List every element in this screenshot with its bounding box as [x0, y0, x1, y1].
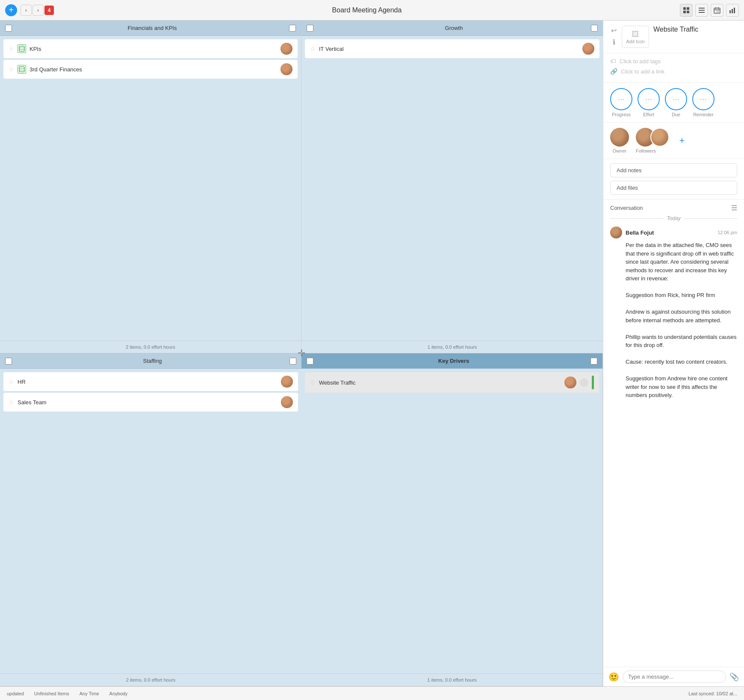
- star-icon[interactable]: ☆: [9, 378, 14, 385]
- avatar: [281, 376, 293, 388]
- star-icon[interactable]: ☆: [310, 379, 316, 386]
- nav-back-button[interactable]: ‹: [21, 5, 32, 16]
- section-growth-header[interactable]: Growth: [301, 21, 603, 36]
- list-item[interactable]: ☆ IT Vertical: [305, 39, 599, 58]
- star-icon[interactable]: ☆: [9, 399, 14, 406]
- owner-avatar[interactable]: [610, 128, 629, 147]
- page-title: Board Meeting Agenda: [57, 6, 676, 14]
- detail-header-actions: ↩ ℹ: [610, 26, 617, 47]
- section-staffing: Staffing ☆ HR ☆ Sales Team 2 items,: [0, 353, 301, 686]
- section-growth-checkbox[interactable]: [307, 25, 313, 32]
- circle-reminder: ··· Reminder: [692, 88, 714, 117]
- add-files-button[interactable]: Add files: [610, 181, 737, 195]
- item-label: HR: [18, 379, 278, 385]
- view-list-button[interactable]: [695, 4, 708, 17]
- status-filter3[interactable]: Anybody: [109, 691, 128, 696]
- section-financials-checkbox[interactable]: [5, 25, 12, 32]
- info-button[interactable]: ℹ: [610, 37, 617, 47]
- today-line-right: [684, 218, 737, 219]
- detail-circles: ··· Progress ··· Effort ··· Due ··· Remi…: [603, 83, 744, 123]
- detail-people: Owner Followers +: [603, 123, 744, 159]
- svg-rect-4: [699, 8, 705, 9]
- section-key-drivers: Key Drivers ☆ Website Traffic 1 items, 0…: [301, 353, 603, 686]
- tags-placeholder: Click to add tags: [620, 58, 661, 65]
- svg-rect-1: [687, 7, 689, 10]
- nav-forward-button[interactable]: ›: [32, 5, 44, 16]
- section-growth-footer: 1 items, 0.0 effort hours: [301, 341, 603, 353]
- attach-button[interactable]: 📎: [729, 672, 739, 682]
- emoji-button[interactable]: 🙂: [608, 672, 619, 682]
- due-button[interactable]: ···: [665, 88, 687, 110]
- status-sync: Last synced: 10/02 at...: [688, 691, 737, 696]
- section-key-drivers-expand[interactable]: [590, 358, 597, 365]
- section-staffing-footer: 2 items, 0.0 effort hours: [0, 674, 301, 686]
- section-key-drivers-checkbox[interactable]: [307, 358, 313, 365]
- progress-button[interactable]: ···: [610, 88, 632, 110]
- message-input[interactable]: [623, 671, 726, 683]
- board-panel: Financials and KPIs ☆ KPIs ☆: [0, 21, 603, 686]
- view-grid-button[interactable]: [680, 4, 693, 17]
- list-item[interactable]: ☆ KPIs: [3, 39, 298, 58]
- list-item[interactable]: ☆ Website Traffic: [305, 372, 599, 393]
- svg-rect-12: [729, 10, 731, 13]
- section-staffing-header[interactable]: Staffing: [0, 353, 301, 369]
- list-item[interactable]: ☆ 3rd Quarter Finances: [3, 60, 298, 79]
- section-key-drivers-header[interactable]: Key Drivers: [301, 353, 602, 369]
- detail-actions: Add notes Add files: [603, 159, 744, 200]
- follower-avatar-2[interactable]: [650, 128, 669, 147]
- link-row[interactable]: 🔗 Click to add a link: [610, 68, 737, 75]
- section-financials: Financials and KPIs ☆ KPIs ☆: [0, 21, 301, 353]
- svg-rect-2: [683, 11, 686, 13]
- detail-header: ↩ ℹ 🖼 Add Icon Website Traffic: [603, 21, 744, 53]
- status-filter1[interactable]: Unfinished Items: [34, 691, 69, 696]
- conversation-menu-icon[interactable]: ☰: [731, 204, 737, 212]
- board-grid: Financials and KPIs ☆ KPIs ☆: [0, 21, 603, 686]
- section-growth-items: ☆ IT Vertical: [301, 36, 603, 341]
- star-icon[interactable]: ☆: [310, 45, 316, 52]
- item-label: 3rd Quarter Finances: [30, 66, 277, 73]
- star-icon[interactable]: ☆: [9, 45, 14, 52]
- today-line-left: [610, 218, 663, 219]
- section-growth-expand[interactable]: [591, 25, 598, 32]
- chart-icon: [729, 7, 736, 14]
- detail-panel: ↩ ℹ 🖼 Add Icon Website Traffic 🏷 Click t…: [603, 21, 744, 686]
- undo-button[interactable]: ↩: [610, 26, 617, 35]
- reminder-button[interactable]: ···: [692, 88, 714, 110]
- item-label: KPIs: [30, 46, 277, 52]
- add-notes-button[interactable]: Add notes: [610, 163, 737, 177]
- circle-progress: ··· Progress: [610, 88, 632, 117]
- tags-row[interactable]: 🏷 Click to add tags: [610, 58, 737, 65]
- circle-effort: ··· Effort: [638, 88, 660, 117]
- section-key-drivers-title: Key Drivers: [317, 358, 590, 364]
- section-staffing-expand[interactable]: [289, 358, 296, 365]
- message-header: Bella Fojut 12:06 pm: [610, 226, 737, 238]
- avatar: [280, 43, 292, 55]
- list-item[interactable]: ☆ HR: [3, 372, 298, 391]
- section-financials-header[interactable]: Financials and KPIs: [0, 21, 301, 36]
- today-label: Today: [667, 215, 680, 221]
- toolbar: + ‹ › 4 Board Meeting Agenda 12: [0, 0, 744, 21]
- conversation-title: Conversation: [610, 205, 643, 211]
- circle-effort-label: Effort: [643, 112, 654, 117]
- effort-button[interactable]: ···: [638, 88, 660, 110]
- progress-bar: [592, 376, 594, 389]
- section-financials-expand[interactable]: [289, 25, 296, 32]
- view-calendar-button[interactable]: 12: [711, 4, 723, 17]
- owner-label: Owner: [613, 148, 626, 153]
- list-icon: [698, 7, 705, 14]
- followers-group: Followers: [636, 128, 669, 153]
- detail-input-area: 🙂 📎: [603, 667, 744, 686]
- add-person-button[interactable]: +: [676, 135, 688, 147]
- svg-text:12: 12: [716, 10, 719, 13]
- section-staffing-checkbox[interactable]: [5, 358, 12, 365]
- status-filter2[interactable]: Any Time: [80, 691, 99, 696]
- circle-due: ··· Due: [665, 88, 687, 117]
- add-icon-button[interactable]: 🖼 Add Icon: [622, 26, 649, 48]
- list-item[interactable]: ☆ Sales Team: [3, 393, 298, 412]
- star-icon[interactable]: ☆: [9, 66, 14, 73]
- detail-conversation: Conversation ☰ Today Bella Fojut 12:06 p…: [603, 200, 744, 667]
- add-button[interactable]: +: [5, 4, 17, 16]
- section-growth-title: Growth: [317, 25, 591, 31]
- link-icon: 🔗: [610, 68, 617, 75]
- view-chart-button[interactable]: [726, 4, 739, 17]
